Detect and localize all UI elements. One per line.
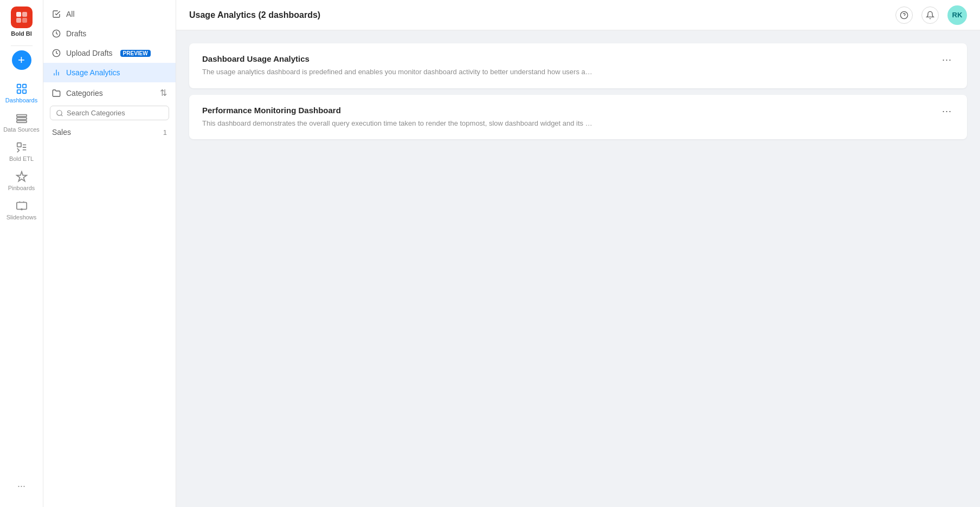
nav-label-data-sources: Data Sources xyxy=(3,126,40,133)
svg-rect-7 xyxy=(22,90,25,93)
sidebar: All Drafts Upload Drafts PREVIEW Usage A… xyxy=(43,0,176,507)
avatar-initials: RK xyxy=(952,11,963,19)
svg-rect-1 xyxy=(22,12,27,17)
nav-label-bold-etl: Bold ETL xyxy=(9,155,34,162)
sidebar-item-usage-analytics[interactable]: Usage Analytics xyxy=(43,63,176,82)
dashboard-desc-1: The usage analytics dashboard is predefi… xyxy=(202,67,940,77)
sort-icon[interactable]: ⇅ xyxy=(160,88,167,98)
nav-item-dashboards[interactable]: Dashboards xyxy=(0,79,43,108)
help-button[interactable] xyxy=(895,6,913,24)
svg-rect-12 xyxy=(16,203,26,210)
dashboard-title-1[interactable]: Dashboard Usage Analytics xyxy=(202,54,940,63)
dashboard-more-button-1[interactable]: ··· xyxy=(940,54,954,66)
topbar-actions: RK xyxy=(895,5,967,25)
user-avatar-button[interactable]: RK xyxy=(947,5,967,25)
nav-more-dots[interactable]: ··· xyxy=(17,480,25,500)
bold-bi-logo[interactable] xyxy=(11,6,33,28)
main-content: Usage Analytics (2 dashboards) RK xyxy=(176,0,980,507)
svg-point-13 xyxy=(21,209,22,210)
svg-rect-10 xyxy=(16,121,26,123)
svg-rect-0 xyxy=(16,12,21,17)
svg-rect-4 xyxy=(17,84,20,88)
svg-point-19 xyxy=(57,110,62,115)
sidebar-label-drafts: Drafts xyxy=(66,29,86,38)
content-area: Dashboard Usage Analytics The usage anal… xyxy=(176,30,980,507)
sidebar-item-all[interactable]: All xyxy=(43,4,176,24)
logo-label: Bold BI xyxy=(11,30,32,37)
help-icon xyxy=(900,11,908,20)
sidebar-item-upload-drafts[interactable]: Upload Drafts PREVIEW xyxy=(43,43,176,63)
nav-item-pinboards[interactable]: Pinboards xyxy=(0,166,43,196)
category-label-sales: Sales xyxy=(52,128,71,136)
icon-nav: Bold BI + Dashboards Data Sources Bold E… xyxy=(0,0,43,507)
svg-line-20 xyxy=(61,114,63,116)
nav-item-data-sources[interactable]: Data Sources xyxy=(0,108,43,137)
notifications-button[interactable] xyxy=(921,6,939,24)
sidebar-label-usage-analytics: Usage Analytics xyxy=(66,68,120,77)
sidebar-item-categories[interactable]: Categories ⇅ xyxy=(43,82,176,103)
svg-rect-8 xyxy=(16,115,26,117)
nav-label-dashboards: Dashboards xyxy=(5,97,37,103)
svg-rect-5 xyxy=(22,84,25,88)
sidebar-item-drafts[interactable]: Drafts xyxy=(43,24,176,43)
sidebar-label-upload-drafts: Upload Drafts xyxy=(66,49,113,57)
dashboard-more-button-2[interactable]: ··· xyxy=(940,106,954,117)
upload-drafts-badge: PREVIEW xyxy=(120,50,151,57)
dashboard-card-performance: Performance Monitoring Dashboard This da… xyxy=(189,95,967,140)
sidebar-label-categories: Categories xyxy=(66,89,103,98)
topbar: Usage Analytics (2 dashboards) RK xyxy=(176,0,980,30)
svg-rect-3 xyxy=(22,18,27,23)
nav-item-slideshows[interactable]: Slideshows xyxy=(0,196,43,225)
dashboard-title-2[interactable]: Performance Monitoring Dashboard xyxy=(202,106,940,115)
logo-wrap: Bold BI xyxy=(11,6,33,37)
svg-rect-6 xyxy=(17,90,20,93)
nav-label-slideshows: Slideshows xyxy=(7,214,37,220)
search-categories-input[interactable] xyxy=(67,109,163,117)
sidebar-label-all: All xyxy=(66,10,75,18)
page-title: Usage Analytics (2 dashboards) xyxy=(189,10,320,20)
nav-label-pinboards: Pinboards xyxy=(8,185,35,191)
search-icon xyxy=(56,109,63,117)
add-button[interactable]: + xyxy=(12,50,31,70)
category-count-sales: 1 xyxy=(163,128,167,136)
nav-item-bold-etl[interactable]: Bold ETL xyxy=(0,137,43,166)
dashboard-card-usage-analytics: Dashboard Usage Analytics The usage anal… xyxy=(189,43,967,88)
svg-rect-2 xyxy=(16,18,21,23)
bell-icon xyxy=(926,11,934,20)
search-categories-box xyxy=(50,106,169,120)
category-item-sales[interactable]: Sales 1 xyxy=(43,123,176,141)
dashboard-desc-2: This dashboard demonstrates the overall … xyxy=(202,118,940,129)
svg-rect-11 xyxy=(17,143,21,147)
svg-rect-9 xyxy=(16,118,26,120)
